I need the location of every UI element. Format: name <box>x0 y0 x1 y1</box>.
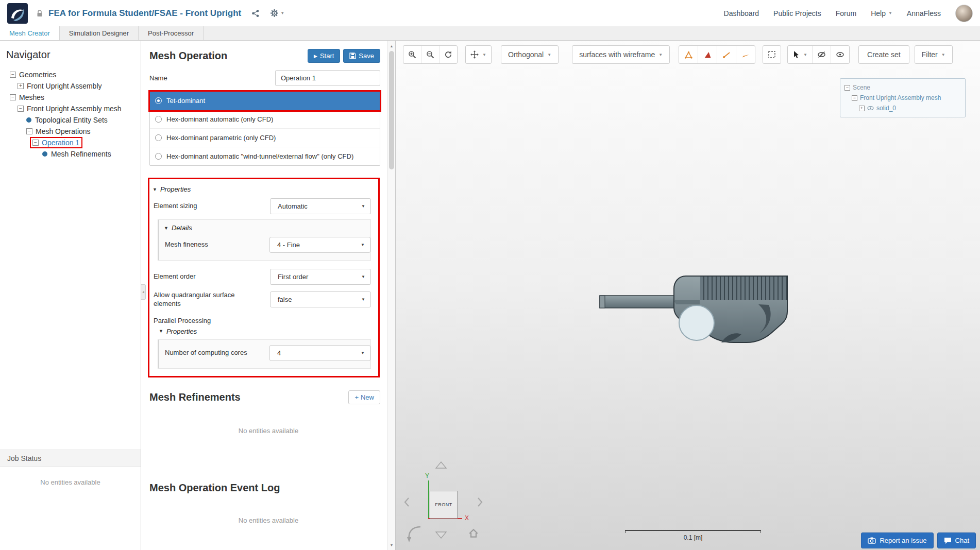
model-front-upright[interactable] <box>599 273 790 349</box>
collapse-icon[interactable]: − <box>18 106 24 112</box>
mesh-quality-edge-icon <box>722 50 731 59</box>
module-tabbar: Mesh Creator Simulation Designer Post-Pr… <box>0 26 980 41</box>
rotate-up-button[interactable] <box>435 461 447 469</box>
tree-item-geometries[interactable]: − Geometries <box>0 69 141 80</box>
mesh-quality-edge-button[interactable] <box>717 46 736 63</box>
zoom-in-button[interactable] <box>403 46 421 63</box>
algorithm-option-hex-automatic[interactable]: Hex-dominant automatic (only CFD) <box>150 110 380 129</box>
details-header[interactable]: ▼ Details <box>163 222 370 234</box>
operation-name-input[interactable] <box>275 70 380 86</box>
radio-checked-icon <box>155 97 162 104</box>
quad-elements-select[interactable]: false ▼ <box>270 291 371 307</box>
settings-gear-button[interactable]: ▼ <box>270 9 284 18</box>
parallel-properties-header[interactable]: ▼ Properties <box>158 325 378 337</box>
hide-entity-button[interactable] <box>813 46 831 63</box>
collapse-icon[interactable]: − <box>32 140 39 146</box>
cores-subsection: Number of computing cores 4 ▼ <box>158 339 371 369</box>
collapse-icon[interactable]: − <box>26 128 32 134</box>
nav-forum[interactable]: Forum <box>836 9 856 18</box>
mesh-quality-solid-button[interactable] <box>698 46 717 63</box>
user-avatar[interactable] <box>955 5 973 22</box>
show-entity-button[interactable] <box>831 46 849 63</box>
zoom-out-button[interactable] <box>421 46 440 63</box>
eye-slash-icon <box>817 50 826 59</box>
caret-down-icon: ▼ <box>361 243 365 247</box>
reset-view-button[interactable] <box>440 46 457 63</box>
gear-icon <box>270 9 279 18</box>
report-issue-button[interactable]: Report an issue <box>861 532 933 548</box>
scroll-down-icon[interactable]: ▼ <box>388 541 395 549</box>
collapse-icon[interactable]: − <box>10 72 16 78</box>
scrollbar-thumb[interactable] <box>389 51 394 169</box>
rotate-right-button[interactable] <box>477 497 484 507</box>
tab-post-processor[interactable]: Post-Processor <box>139 26 204 40</box>
scene-tree-solid[interactable]: + solid_0 <box>844 103 961 113</box>
nav-help[interactable]: Help ▼ <box>871 9 892 18</box>
tab-simulation-designer[interactable]: Simulation Designer <box>60 26 139 40</box>
tree-item-operation-1[interactable]: − Operation 1 <box>0 137 141 148</box>
tree-item-topological-entity-sets[interactable]: Topological Entity Sets <box>0 114 141 126</box>
scroll-up-icon[interactable]: ▲ <box>388 42 395 50</box>
render-mode-group: surfaces with wireframe ▼ <box>572 45 670 64</box>
viewport-toolbar: ▼ Orthogonal ▼ surfaces with wireframe ▼ <box>403 45 976 64</box>
home-view-button[interactable] <box>468 528 479 539</box>
rotate-left-button[interactable] <box>403 497 410 507</box>
nav-username[interactable]: AnnaFless <box>907 9 941 18</box>
algorithm-option-hex-windtunnel[interactable]: Hex-dominant automatic "wind-tunnel/exte… <box>150 147 380 165</box>
cursor-mode-button[interactable]: ▼ <box>788 46 813 63</box>
simscale-logo[interactable] <box>7 3 28 24</box>
save-button[interactable]: Save <box>343 49 380 63</box>
filter-button[interactable]: Filter ▼ <box>915 46 952 63</box>
create-set-group: Create set <box>858 45 909 64</box>
rotate-down-button[interactable] <box>435 531 447 539</box>
corner-buttons: Report an issue Chat <box>861 532 976 548</box>
element-sizing-select[interactable]: Automatic ▼ <box>270 198 371 214</box>
tree-item-mesh-refinements[interactable]: Mesh Refinements <box>0 148 141 160</box>
pan-button[interactable]: ▼ <box>466 46 491 63</box>
share-icon[interactable] <box>251 9 260 18</box>
box-select-button[interactable] <box>763 46 781 63</box>
filter-group: Filter ▼ <box>915 45 953 64</box>
quad-elements-label: Allow quadrangular surface elements <box>154 291 251 308</box>
orbit-rotate-button[interactable] <box>405 524 427 546</box>
mesh-fineness-select[interactable]: 4 - Fine ▼ <box>269 237 370 253</box>
tab-mesh-creator[interactable]: Mesh Creator <box>0 26 60 40</box>
tree-item-front-upright-assembly-mesh[interactable]: − Front Upright Assembly mesh <box>0 103 141 114</box>
collapse-icon[interactable]: − <box>10 94 16 100</box>
expand-icon[interactable]: + <box>18 83 24 89</box>
create-set-button[interactable]: Create set <box>859 46 909 63</box>
projection-select[interactable]: Orthogonal ▼ <box>501 46 558 63</box>
scene-tree-root[interactable]: − Scene <box>844 82 961 93</box>
section-triangle-icon: ▼ <box>159 329 163 334</box>
expand-icon[interactable]: + <box>859 106 865 111</box>
mesh-quality-sliver-button[interactable] <box>736 46 755 63</box>
computing-cores-label: Number of computing cores <box>165 349 247 357</box>
algorithm-option-hex-parametric[interactable]: Hex-dominant parametric (only CFD) <box>150 129 380 147</box>
tree-item-mesh-operations[interactable]: − Mesh Operations <box>0 126 141 137</box>
algorithm-option-tet-dominant[interactable]: Tet-dominant <box>150 92 380 110</box>
collapse-icon[interactable]: − <box>852 95 857 101</box>
scale-bar: 0.1 [m] <box>625 530 761 541</box>
mesh-quality-triangle-button[interactable] <box>679 46 698 63</box>
viewport-3d[interactable]: ▼ Orthogonal ▼ surfaces with wireframe ▼ <box>396 41 980 550</box>
render-mode-select[interactable]: surfaces with wireframe ▼ <box>572 46 669 63</box>
nav-public-projects[interactable]: Public Projects <box>773 9 821 18</box>
view-cube-front[interactable]: FRONT <box>430 491 458 519</box>
element-sizing-label: Element sizing <box>154 202 197 211</box>
tree-item-meshes[interactable]: − Meshes <box>0 92 141 103</box>
collapse-icon[interactable]: − <box>844 85 850 91</box>
caret-down-icon: ▼ <box>280 11 284 15</box>
panel-collapse-handle[interactable]: ◂ <box>141 284 146 300</box>
computing-cores-select[interactable]: 4 ▼ <box>269 345 370 361</box>
job-status-empty: No entities available <box>0 467 141 497</box>
panel-scrollbar[interactable]: ▲ ▼ <box>387 41 395 550</box>
chat-button[interactable]: Chat <box>937 532 976 548</box>
new-refinement-button[interactable]: + New <box>348 390 380 404</box>
nav-dashboard[interactable]: Dashboard <box>724 9 759 18</box>
main-area: Navigator − Geometries + Front Upright A… <box>0 41 980 550</box>
element-order-select[interactable]: First order ▼ <box>270 269 371 285</box>
start-button[interactable]: ▶ Start <box>308 49 340 63</box>
scene-tree-mesh[interactable]: − Front Upright Assembly mesh <box>844 93 961 103</box>
properties-section-header[interactable]: ▼ Properties <box>151 183 378 195</box>
tree-item-front-upright-assembly[interactable]: + Front Upright Assembly <box>0 80 141 92</box>
